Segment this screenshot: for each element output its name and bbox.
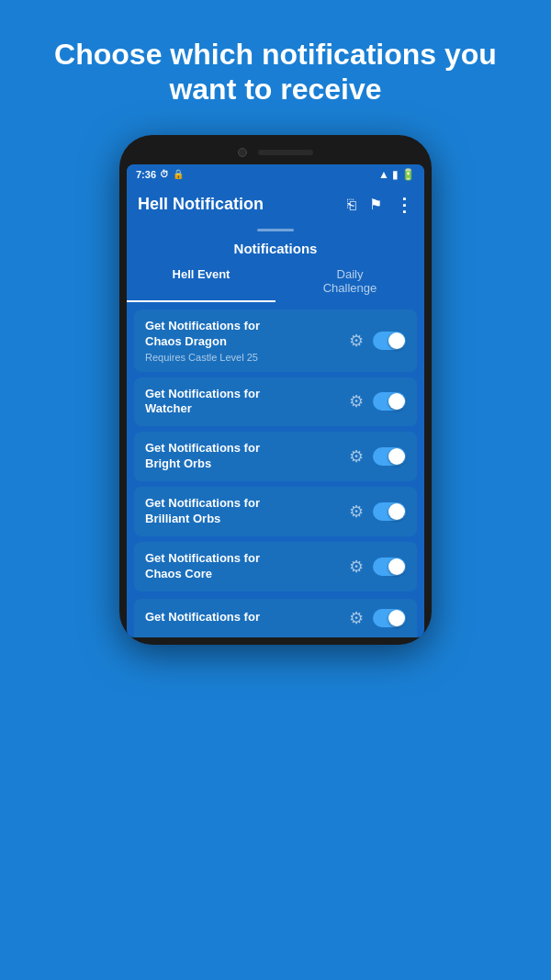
background: Choose which notifications you want to r… [0,0,551,980]
phone-frame: 7:36 ⏱ 🔒 ▲ ▮ 🔋 Hell Notification ⎗ [119,135,432,645]
scroll-bar [257,229,294,231]
lock-icon: 🔒 [173,169,184,179]
notif-item-brilliant-orbs[interactable]: Get Notifications forBrilliant Orbs ⚙ [134,487,417,536]
tab-hell-event[interactable]: Hell Event [127,260,276,302]
tabs: Hell Event DailyChallenge [127,260,424,302]
notif-label-watcher: Get Notifications forWatcher [145,387,260,418]
notif-item-cutoff[interactable]: Get Notifications for ⚙ [134,599,417,637]
share-icon[interactable]: ⎗ [347,197,356,213]
phone-camera [238,148,247,157]
notifications-list: Get Notifications forChaos Dragon Requir… [127,302,424,599]
toggle-chaos-dragon[interactable] [373,332,406,350]
gear-icon-bright-orbs[interactable]: ⚙ [349,446,364,467]
notif-label-brilliant-orbs: Get Notifications forBrilliant Orbs [145,496,260,527]
gear-icon-chaos-dragon[interactable]: ⚙ [349,331,364,351]
toggle-brilliant-orbs[interactable] [373,502,406,521]
signal-icon: ▮ [392,168,399,181]
feedback-icon[interactable]: ⚑ [369,196,382,213]
toggle-watcher[interactable] [373,392,406,411]
status-bar: 7:36 ⏱ 🔒 ▲ ▮ 🔋 [127,164,424,185]
toggle-cutoff[interactable] [373,609,406,627]
app-title: Hell Notification [138,195,264,214]
app-bar: Hell Notification ⎗ ⚑ ⋮ [127,185,424,225]
gear-icon-cutoff[interactable]: ⚙ [349,608,364,628]
wifi-icon: ▲ [378,168,389,181]
more-icon[interactable]: ⋮ [395,194,413,216]
status-time: 7:36 [136,169,156,180]
toggle-bright-orbs[interactable] [373,447,406,466]
header-text: Choose which notifications you want to r… [0,0,551,135]
gear-icon-brilliant-orbs[interactable]: ⚙ [349,501,364,522]
phone-speaker [258,150,313,155]
notif-label-cutoff: Get Notifications for [145,610,260,625]
notif-item-bright-orbs[interactable]: Get Notifications forBright Orbs ⚙ [134,432,417,481]
clock-icon: ⏱ [160,169,169,179]
panel-title: Notifications [127,235,424,260]
phone-screen: 7:36 ⏱ 🔒 ▲ ▮ 🔋 Hell Notification ⎗ [127,164,424,637]
notif-label-chaos-core: Get Notifications forChaos Core [145,551,260,582]
notif-label-bright-orbs: Get Notifications forBright Orbs [145,441,260,472]
toggle-chaos-core[interactable] [373,558,406,576]
gear-icon-chaos-core[interactable]: ⚙ [349,557,364,577]
battery-icon: 🔋 [401,168,415,181]
tab-daily-challenge[interactable]: DailyChallenge [276,260,424,302]
gear-icon-watcher[interactable]: ⚙ [349,391,364,411]
notif-sublabel-chaos-dragon: Requires Castle Level 25 [145,352,260,363]
notif-item-chaos-dragon[interactable]: Get Notifications forChaos Dragon Requir… [134,310,417,372]
notif-item-chaos-core[interactable]: Get Notifications forChaos Core ⚙ [134,542,417,591]
notif-label-chaos-dragon: Get Notifications forChaos Dragon [145,319,260,350]
notif-item-watcher[interactable]: Get Notifications forWatcher ⚙ [134,377,417,427]
